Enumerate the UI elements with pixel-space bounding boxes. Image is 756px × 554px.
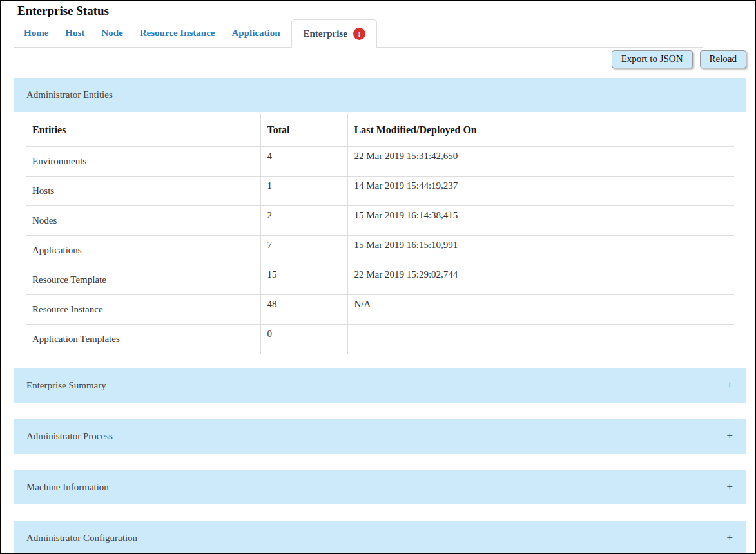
column-header-entities: Entities (26, 114, 260, 146)
administrator-entities-panel: Entities Total Last Modified/Deployed On… (14, 112, 746, 354)
tab-bar: Home Host Node Resource Instance Applica… (14, 19, 746, 48)
expand-icon[interactable]: + (726, 379, 733, 392)
table-row: Resource Instance 48 N/A (26, 294, 734, 324)
section-machine-information: Machine Information + (14, 470, 746, 504)
export-to-json-button[interactable]: Export to JSON (612, 50, 693, 68)
entity-name: Hosts (26, 176, 260, 205)
entity-total: 48 (260, 294, 347, 324)
section-header-administrator-configuration[interactable]: Administrator Configuration + (14, 521, 746, 554)
entity-last-modified: N/A (347, 294, 734, 324)
expand-icon[interactable]: + (726, 430, 733, 443)
table-row: Hosts 1 14 Mar 2019 15:44:19,237 (26, 176, 734, 205)
entity-total: 15 (260, 265, 347, 294)
section-title: Administrator Entities (26, 90, 113, 100)
entity-name: Environments (26, 146, 260, 176)
entity-name: Applications (26, 235, 260, 265)
entity-last-modified: 15 Mar 2019 16:14:38,415 (347, 205, 734, 235)
page-title: Enterprise Status (17, 3, 755, 19)
entity-name: Resource Template (26, 265, 260, 294)
entity-total: 7 (260, 235, 347, 265)
entity-name: Application Templates (26, 324, 260, 354)
entity-total: 0 (260, 324, 347, 354)
entity-last-modified (347, 324, 734, 354)
tab-node[interactable]: Node (93, 19, 131, 48)
section-header-enterprise-summary[interactable]: Enterprise Summary + (14, 368, 746, 403)
expand-icon[interactable]: + (726, 531, 733, 544)
tab-host[interactable]: Host (57, 19, 93, 48)
entity-total: 2 (260, 205, 347, 235)
table-row: Resource Template 15 22 Mar 2019 15:29:0… (26, 265, 734, 294)
entities-table: Entities Total Last Modified/Deployed On… (26, 114, 734, 354)
section-title: Machine Information (26, 482, 109, 493)
entity-last-modified: 14 Mar 2019 15:44:19,237 (347, 176, 734, 205)
collapse-icon[interactable]: − (726, 89, 733, 102)
entity-total: 1 (260, 176, 347, 205)
section-header-machine-information[interactable]: Machine Information + (14, 470, 746, 504)
table-row: Nodes 2 15 Mar 2019 16:14:38,415 (26, 205, 734, 235)
entity-name: Nodes (26, 205, 260, 235)
section-administrator-process: Administrator Process + (14, 419, 746, 454)
section-title: Administrator Configuration (26, 533, 137, 544)
section-title: Administrator Process (26, 431, 113, 442)
entity-last-modified: 22 Mar 2019 15:29:02,744 (347, 265, 734, 294)
entity-total: 4 (260, 146, 347, 176)
toolbar: Export to JSON Reload (1, 48, 755, 70)
table-header-row: Entities Total Last Modified/Deployed On (26, 114, 734, 146)
tab-enterprise[interactable]: Enterprise ! (291, 19, 376, 48)
tab-application[interactable]: Application (223, 19, 288, 48)
entity-last-modified: 22 Mar 2019 15:31:42,650 (347, 146, 734, 176)
column-header-last-modified: Last Modified/Deployed On (347, 114, 734, 146)
table-row: Applications 7 15 Mar 2019 16:15:10,991 (26, 235, 734, 265)
section-header-administrator-entities[interactable]: Administrator Entities − (14, 78, 746, 112)
section-administrator-configuration: Administrator Configuration + (14, 521, 746, 554)
table-row: Application Templates 0 (26, 324, 734, 354)
tab-enterprise-label: Enterprise (303, 28, 347, 39)
section-enterprise-summary: Enterprise Summary + (14, 368, 746, 403)
alert-badge-icon: ! (353, 28, 365, 40)
table-row: Environments 4 22 Mar 2019 15:31:42,650 (26, 146, 734, 176)
section-administrator-entities: Administrator Entities − Entities Total … (14, 78, 746, 354)
section-title: Enterprise Summary (26, 380, 106, 391)
section-header-administrator-process[interactable]: Administrator Process + (14, 419, 746, 454)
entity-last-modified: 15 Mar 2019 16:15:10,991 (347, 235, 734, 265)
tab-resource-instance[interactable]: Resource Instance (131, 19, 224, 48)
column-header-total: Total (260, 114, 347, 146)
expand-icon[interactable]: + (726, 481, 733, 493)
tab-home[interactable]: Home (15, 19, 57, 48)
reload-button[interactable]: Reload (700, 50, 747, 68)
entity-name: Resource Instance (26, 294, 260, 324)
